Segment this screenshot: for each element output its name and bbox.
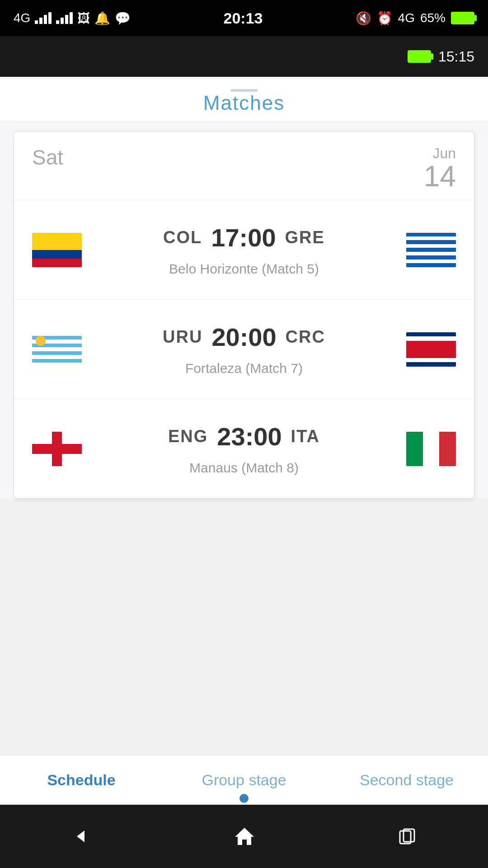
second-stage-label: Second stage bbox=[360, 771, 454, 789]
status-left: 4G 🖼 🔔 💬 bbox=[14, 11, 131, 26]
signal-bars-1 bbox=[35, 12, 52, 24]
flag-greece bbox=[406, 233, 456, 267]
match-time-3: 23:00 bbox=[217, 422, 282, 451]
date-month-num: Jun 14 bbox=[424, 145, 456, 191]
match-row-2[interactable]: URU 20:00 CRC Fortaleza (Match 7) bbox=[14, 300, 474, 399]
venue-2: Fortaleza (Match 7) bbox=[82, 361, 406, 376]
flag-costarica bbox=[406, 332, 456, 367]
widget-battery-icon bbox=[408, 50, 431, 63]
status-right: 🔇 ⏰ 4G 65% bbox=[356, 11, 474, 26]
status-bar: 4G 🖼 🔔 💬 20:13 🔇 ⏰ 4G 65% bbox=[0, 0, 488, 36]
group-stage-label: Group stage bbox=[202, 771, 286, 789]
app-content: Matches Sat Jun 14 COL 17:00 bbox=[0, 77, 488, 499]
network-label: 4G bbox=[14, 11, 30, 25]
england-cross-v bbox=[52, 432, 62, 466]
android-nav-bar bbox=[0, 805, 488, 868]
team1-col: COL bbox=[163, 228, 202, 247]
home-button[interactable] bbox=[232, 824, 257, 849]
nav-dot-indicator bbox=[239, 794, 249, 803]
uruguay-sun bbox=[36, 336, 46, 346]
nav-second-stage[interactable]: Second stage bbox=[325, 755, 488, 805]
alarm-icon: ⏰ bbox=[377, 11, 393, 26]
wechat-icon: 💬 bbox=[115, 11, 131, 26]
month-label: Jun bbox=[424, 145, 456, 162]
match-info-3: ENG 23:00 ITA Manaus (Match 8) bbox=[82, 422, 406, 476]
match-row-1[interactable]: COL 17:00 GRE Belo Horizonte (Match 5) bbox=[14, 200, 474, 300]
flag-uruguay bbox=[32, 332, 82, 367]
status-time: 20:13 bbox=[223, 9, 263, 27]
team1-eng: ENG bbox=[168, 427, 208, 446]
matches-card: Sat Jun 14 COL 17:00 GRE Belo Horizonte … bbox=[14, 131, 474, 499]
widget-bar: 15:15 bbox=[0, 36, 488, 77]
flag-colombia bbox=[32, 233, 82, 267]
mute-icon: 🔇 bbox=[356, 11, 371, 26]
date-header: Sat Jun 14 bbox=[14, 132, 474, 200]
signal-bars-2 bbox=[56, 12, 73, 24]
match-time-2: 20:00 bbox=[211, 322, 276, 352]
team2-gre: GRE bbox=[285, 228, 325, 247]
schedule-label: Schedule bbox=[47, 771, 115, 789]
notification-icon: 🔔 bbox=[94, 11, 110, 26]
page-title: Matches bbox=[203, 92, 285, 114]
nav-schedule[interactable]: Schedule bbox=[0, 755, 163, 805]
flag-england bbox=[32, 432, 82, 466]
bottom-nav: Schedule Group stage Second stage bbox=[0, 755, 488, 805]
recents-button[interactable] bbox=[396, 826, 418, 847]
gallery-icon: 🖼 bbox=[77, 11, 90, 26]
title-bar: Matches bbox=[0, 77, 488, 122]
match-time-1: 17:00 bbox=[211, 223, 276, 252]
widget-time: 15:15 bbox=[438, 48, 474, 65]
venue-1: Belo Horizonte (Match 5) bbox=[82, 261, 406, 277]
match-row-3[interactable]: ENG 23:00 ITA Manaus (Match 8) bbox=[14, 399, 474, 498]
day-num: 14 bbox=[424, 160, 456, 193]
back-button[interactable] bbox=[70, 825, 93, 848]
battery-icon bbox=[451, 12, 474, 24]
nav-group-stage[interactable]: Group stage bbox=[163, 755, 325, 805]
match-info-2: URU 20:00 CRC Fortaleza (Match 7) bbox=[82, 322, 406, 376]
day-of-week: Sat bbox=[32, 145, 63, 170]
flag-italy bbox=[406, 432, 456, 466]
battery-percent: 65% bbox=[420, 11, 446, 25]
match-info-1: COL 17:00 GRE Belo Horizonte (Match 5) bbox=[82, 223, 406, 277]
team2-ita: ITA bbox=[291, 427, 320, 446]
team1-uru: URU bbox=[163, 327, 202, 347]
network2-label: 4G bbox=[398, 11, 415, 25]
team2-crc: CRC bbox=[286, 327, 325, 347]
venue-3: Manaus (Match 8) bbox=[82, 460, 406, 476]
